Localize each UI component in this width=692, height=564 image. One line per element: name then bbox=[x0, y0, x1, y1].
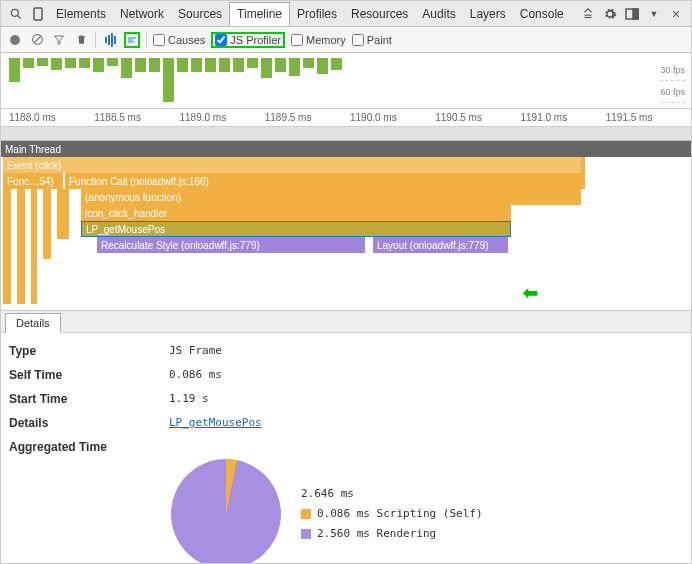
record-icon[interactable] bbox=[7, 32, 23, 48]
overview-bar bbox=[23, 58, 34, 68]
aggregated-time-chart: 2.646 ms 0.086 ms Scripting (Self) 2.560… bbox=[1, 459, 691, 564]
overview-bar bbox=[247, 58, 258, 68]
svg-rect-2 bbox=[34, 8, 42, 20]
jsprofiler-checkbox[interactable]: JS Profiler bbox=[211, 32, 285, 48]
garbage-collect-icon[interactable] bbox=[73, 32, 89, 48]
flame-recalculate-style[interactable]: Recalculate Style (onloadwff.js:779) bbox=[97, 237, 365, 253]
details-row-details: DetailsLP_getMousePos bbox=[1, 411, 691, 435]
overview-bar bbox=[9, 58, 20, 82]
tab-profiles[interactable]: Profiles bbox=[290, 3, 344, 25]
causes-label: Causes bbox=[168, 34, 205, 46]
overview-bar bbox=[289, 58, 300, 76]
panel-tabs: Elements Network Sources Timeline Profil… bbox=[49, 2, 577, 25]
details-panel: TypeJS Frame Self Time0.086 ms Start Tim… bbox=[1, 333, 691, 564]
overview-bar bbox=[107, 58, 118, 66]
flame-chart-view-icon[interactable] bbox=[124, 32, 140, 48]
close-icon[interactable]: × bbox=[667, 5, 685, 23]
flame-event-click[interactable]: Event (click) bbox=[3, 157, 585, 173]
details-function-link[interactable]: LP_getMousePos bbox=[169, 416, 262, 429]
tab-audits[interactable]: Audits bbox=[415, 3, 462, 25]
svg-point-0 bbox=[11, 9, 18, 16]
overview-scrollbar[interactable] bbox=[1, 127, 691, 141]
details-row-selftime: Self Time0.086 ms bbox=[1, 363, 691, 387]
clear-icon[interactable] bbox=[29, 32, 45, 48]
jsprofiler-label: JS Profiler bbox=[230, 34, 281, 46]
details-row-aggregated: Aggregated Time bbox=[1, 435, 691, 459]
overview-bar bbox=[121, 58, 132, 78]
fps-30-label: 30 fps bbox=[660, 59, 685, 81]
memory-label: Memory bbox=[306, 34, 346, 46]
settings-gear-icon[interactable] bbox=[601, 5, 619, 23]
memory-checkbox[interactable]: Memory bbox=[291, 34, 346, 46]
overview-bar bbox=[51, 58, 62, 70]
overview-bar bbox=[191, 58, 202, 72]
tab-resources[interactable]: Resources bbox=[344, 3, 415, 25]
svg-rect-12 bbox=[128, 39, 133, 40]
svg-rect-11 bbox=[128, 37, 136, 38]
time-tick: 1188.0 ms bbox=[9, 112, 94, 123]
paint-label: Paint bbox=[367, 34, 392, 46]
overview-strip[interactable]: 30 fps 60 fps bbox=[1, 53, 691, 109]
overview-bar bbox=[331, 58, 342, 70]
legend-rendering: 2.560 ms Rendering bbox=[301, 524, 483, 544]
flame-func54[interactable]: Func…54) bbox=[3, 173, 63, 189]
tab-layers[interactable]: Layers bbox=[463, 3, 513, 25]
time-tick: 1188.5 ms bbox=[94, 112, 179, 123]
flame-chart[interactable]: Main Thread Event (click) Func…54) Funct… bbox=[1, 141, 691, 311]
pie-legend: 2.646 ms 0.086 ms Scripting (Self) 2.560… bbox=[301, 484, 483, 544]
overview-bar bbox=[261, 58, 272, 78]
search-icon[interactable] bbox=[7, 5, 25, 23]
flame-icon-click-handler[interactable]: icon_click_handler bbox=[81, 205, 511, 221]
overview-bar bbox=[317, 58, 328, 74]
svg-point-7 bbox=[10, 35, 20, 45]
overview-bar bbox=[163, 58, 174, 102]
svg-marker-10 bbox=[55, 36, 64, 44]
details-tab[interactable]: Details bbox=[5, 313, 61, 333]
drawer-toggle-icon[interactable] bbox=[579, 5, 597, 23]
device-icon[interactable] bbox=[29, 5, 47, 23]
svg-line-9 bbox=[34, 36, 41, 43]
overview-bar bbox=[233, 58, 244, 72]
legend-scripting: 0.086 ms Scripting (Self) bbox=[301, 504, 483, 524]
time-tick: 1189.5 ms bbox=[265, 112, 350, 123]
devtools-top-toolbar: Elements Network Sources Timeline Profil… bbox=[1, 1, 691, 27]
overview-bar bbox=[275, 58, 286, 72]
tab-console[interactable]: Console bbox=[513, 3, 571, 25]
overview-bar bbox=[219, 58, 230, 72]
details-tab-strip: Details bbox=[1, 311, 691, 333]
flame-layout[interactable]: Layout (onloadwff.js:779) bbox=[373, 237, 508, 253]
time-axis: 1188.0 ms 1188.5 ms 1189.0 ms 1189.5 ms … bbox=[1, 109, 691, 127]
toolbar-right: ▼ × bbox=[577, 5, 687, 23]
causes-checkbox[interactable]: Causes bbox=[153, 34, 205, 46]
flame-anonymous[interactable]: (anonymous function) bbox=[81, 189, 581, 205]
tab-timeline[interactable]: Timeline bbox=[229, 2, 290, 26]
flame-side-stripes bbox=[3, 189, 79, 309]
paint-checkbox[interactable]: Paint bbox=[352, 34, 392, 46]
overview-bar bbox=[135, 58, 146, 72]
tab-elements[interactable]: Elements bbox=[49, 3, 113, 25]
filter-icon[interactable] bbox=[51, 32, 67, 48]
dock-side-icon[interactable] bbox=[623, 5, 641, 23]
svg-line-1 bbox=[18, 15, 21, 18]
flame-main-thread[interactable]: Main Thread bbox=[1, 141, 691, 157]
frame-view-icon[interactable] bbox=[102, 32, 118, 48]
dock-chevron-icon[interactable]: ▼ bbox=[645, 5, 663, 23]
overview-bar bbox=[177, 58, 188, 72]
time-tick: 1191.0 ms bbox=[521, 112, 606, 123]
overview-bar bbox=[79, 58, 90, 68]
annotation-arrow-icon: ⬅ bbox=[523, 282, 538, 304]
time-tick: 1189.0 ms bbox=[180, 112, 265, 123]
overview-bar bbox=[65, 58, 76, 68]
overview-bar bbox=[303, 58, 314, 68]
time-tick: 1190.5 ms bbox=[435, 112, 520, 123]
tab-sources[interactable]: Sources bbox=[171, 3, 229, 25]
tab-network[interactable]: Network bbox=[113, 3, 171, 25]
flame-function-call[interactable]: Function Call (onloadwff.js:166) bbox=[65, 173, 585, 189]
details-row-starttime: Start Time1.19 s bbox=[1, 387, 691, 411]
flame-lp-getmousepos[interactable]: LP_getMousePos bbox=[81, 221, 511, 237]
overview-bar bbox=[37, 58, 48, 66]
fps-60-label: 60 fps bbox=[660, 81, 685, 103]
timeline-sub-toolbar: Causes JS Profiler Memory Paint bbox=[1, 27, 691, 53]
svg-rect-13 bbox=[128, 41, 135, 42]
overview-bar bbox=[149, 58, 160, 72]
